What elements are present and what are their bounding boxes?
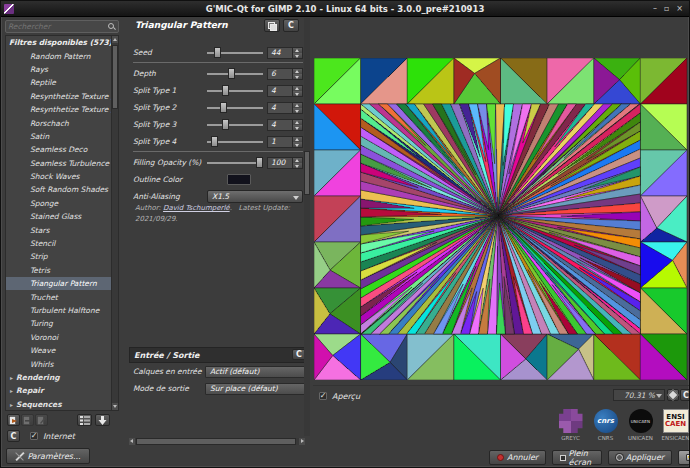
author-link[interactable]: David Tschumperlé xyxy=(163,204,230,212)
list-item[interactable]: Truchet xyxy=(6,290,111,303)
apply-button[interactable]: Appliquer xyxy=(608,450,672,465)
list-item[interactable]: Rorschach xyxy=(6,116,111,129)
list-item[interactable]: Seamless Deco xyxy=(6,143,111,156)
list-item[interactable]: Soft Random Shades xyxy=(6,183,111,196)
slider-filling-opacity[interactable] xyxy=(207,157,263,168)
spin-value[interactable]: 4 xyxy=(268,103,292,113)
list-item[interactable]: Stars xyxy=(6,223,111,236)
slider-handle[interactable] xyxy=(214,47,221,58)
list-item[interactable]: Turing xyxy=(6,317,111,330)
reset-parameters-button[interactable]: C xyxy=(283,19,299,32)
filter-list-scrollbar[interactable] xyxy=(111,36,118,410)
spin-value[interactable]: 6 xyxy=(268,69,292,79)
select-anti-aliasing[interactable]: X1.5 xyxy=(207,190,303,203)
list-item[interactable]: Whirls xyxy=(6,357,111,370)
slider-handle[interactable] xyxy=(222,85,229,96)
scroll-right-icon[interactable] xyxy=(299,438,305,445)
spin-down-icon[interactable] xyxy=(293,142,302,147)
maximize-button[interactable]: ▫ xyxy=(664,2,669,15)
parameters-hscrollbar[interactable] xyxy=(129,438,305,445)
list-item[interactable]: Reptile xyxy=(6,76,111,89)
parameters-scrollbar[interactable] xyxy=(304,18,310,436)
scroll-left-icon[interactable] xyxy=(129,438,135,445)
titlebar[interactable]: G'MIC-Qt for GIMP 2.10 - Linux 64 bits -… xyxy=(1,1,689,17)
spin-value[interactable]: 44 xyxy=(268,48,292,58)
slider-handle[interactable] xyxy=(222,119,229,130)
slider-split-type-1[interactable] xyxy=(207,85,263,96)
filter-list[interactable]: Filtres disponibles (573)Random PatternR… xyxy=(5,35,119,411)
spin-value[interactable]: 4 xyxy=(268,86,292,96)
list-item[interactable]: Turbulent Halftone xyxy=(6,304,111,317)
zoom-combobox[interactable]: 70.31 % xyxy=(613,389,665,401)
slider-split-type-2[interactable] xyxy=(207,102,263,113)
spin-down-icon[interactable] xyxy=(293,163,302,168)
close-button[interactable]: × xyxy=(676,2,683,15)
slider-handle[interactable] xyxy=(220,102,227,113)
preview-checkbox[interactable]: ✓ xyxy=(319,392,327,400)
scrollbar-handle[interactable] xyxy=(112,45,118,109)
io-select[interactable]: Actif (défaut) xyxy=(205,366,309,378)
refresh-filters-button[interactable]: C xyxy=(7,430,20,442)
list-item[interactable]: Weave xyxy=(6,344,111,357)
cancel-button[interactable]: Annuler xyxy=(489,450,546,465)
list-item[interactable]: Resynthetize Texture [Pa xyxy=(6,103,111,116)
copy-command-button[interactable] xyxy=(264,19,280,32)
spinbox-split-type-2[interactable]: 4 xyxy=(267,102,303,114)
list-item[interactable]: Sponge xyxy=(6,197,111,210)
spinbox-filling-opacity[interactable]: 100 xyxy=(267,157,303,169)
rename-fave-button[interactable] xyxy=(35,414,48,426)
update-filters-button[interactable] xyxy=(95,414,110,426)
slider-handle[interactable] xyxy=(228,68,235,79)
io-select[interactable]: Sur place (défaut) xyxy=(205,383,309,395)
spinbox-split-type-3[interactable]: 4 xyxy=(267,119,303,131)
list-item[interactable]: Tetris xyxy=(6,264,111,277)
spin-down-icon[interactable] xyxy=(293,53,302,58)
spin-down-icon[interactable] xyxy=(293,125,302,130)
list-item[interactable]: Resynthetize Texture [FF xyxy=(6,90,111,103)
list-item[interactable]: Stained Glass xyxy=(6,210,111,223)
filter-search[interactable] xyxy=(5,20,119,33)
slider-seed[interactable] xyxy=(207,47,263,58)
ok-button[interactable]: Ok xyxy=(678,450,690,465)
sidebar-category-rendering[interactable]: ▸Rendering xyxy=(6,371,111,384)
spin-value[interactable]: 4 xyxy=(268,120,292,130)
list-item[interactable]: Strip xyxy=(6,250,111,263)
collapse-list-button[interactable] xyxy=(77,414,92,426)
spin-down-icon[interactable] xyxy=(293,108,302,113)
minimize-button[interactable]: – xyxy=(653,2,657,15)
spinbox-depth[interactable]: 6 xyxy=(267,68,303,80)
list-item[interactable]: Shock Waves xyxy=(6,170,111,183)
spinbox-seed[interactable]: 44 xyxy=(267,47,303,59)
sidebar-category-repair[interactable]: ▸Repair xyxy=(6,384,111,397)
slider-depth[interactable] xyxy=(207,68,263,79)
outline-color-button[interactable] xyxy=(227,174,251,185)
slider-split-type-4[interactable] xyxy=(207,136,263,147)
scroll-up-icon[interactable] xyxy=(112,36,118,43)
list-item[interactable]: Triangular Pattern xyxy=(6,277,111,290)
slider-handle[interactable] xyxy=(256,157,263,168)
internet-checkbox[interactable]: ✓ xyxy=(30,432,38,440)
sidebar-category-sequences[interactable]: ▸Sequences xyxy=(6,398,111,411)
spin-value[interactable]: 1 xyxy=(268,137,292,147)
list-item[interactable]: Random Pattern xyxy=(6,49,111,62)
list-item[interactable]: Seamless Turbulence xyxy=(6,157,111,170)
add-fave-button[interactable] xyxy=(7,414,20,426)
list-item[interactable]: Satin xyxy=(6,130,111,143)
fit-zoom-button[interactable] xyxy=(667,389,679,401)
spin-down-icon[interactable] xyxy=(293,91,302,96)
slider-handle[interactable] xyxy=(211,136,218,147)
slider-split-type-3[interactable] xyxy=(207,119,263,130)
preview-image[interactable] xyxy=(314,58,687,380)
spin-down-icon[interactable] xyxy=(293,74,302,79)
scroll-down-icon[interactable] xyxy=(112,403,118,410)
list-item[interactable]: Stencil xyxy=(6,237,111,250)
list-item[interactable]: Voronoi xyxy=(6,331,111,344)
spinbox-split-type-1[interactable]: 4 xyxy=(267,85,303,97)
search-input[interactable] xyxy=(6,22,107,31)
remove-fave-button[interactable] xyxy=(21,414,34,426)
spinbox-split-type-4[interactable]: 1 xyxy=(267,136,303,148)
spin-value[interactable]: 100 xyxy=(268,158,292,168)
scrollbar-handle[interactable] xyxy=(136,438,296,445)
list-item[interactable]: Rays xyxy=(6,63,111,76)
scrollbar-handle[interactable] xyxy=(304,151,310,195)
